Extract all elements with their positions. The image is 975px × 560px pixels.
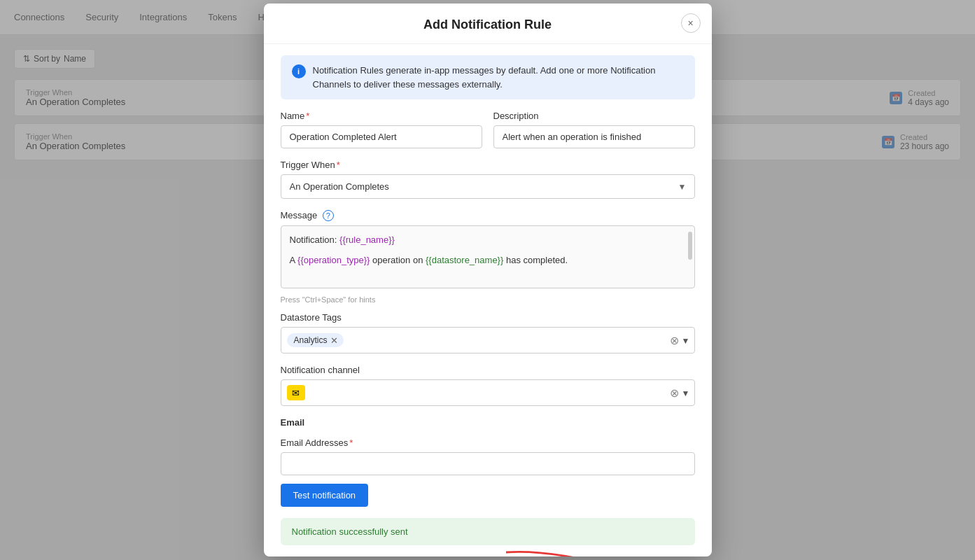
modal-body: i Notification Rules generate in-app mes…	[264, 55, 712, 556]
clear-tags-button[interactable]: ⊗	[670, 334, 679, 347]
email-section: Email Email Addresses*	[281, 417, 695, 475]
tags-chevron-down-icon[interactable]: ▼	[682, 335, 690, 345]
datastore-name-token: {{datastore_name}}	[426, 255, 503, 265]
description-input[interactable]	[493, 125, 695, 148]
add-notification-rule-modal: Add Notification Rule × i Notification R…	[264, 4, 712, 556]
trigger-label: Trigger When*	[281, 160, 695, 170]
channel-chevron-down-icon[interactable]: ▼	[682, 388, 690, 398]
rule-name-token: {{rule_name}}	[339, 234, 395, 245]
message-help-icon[interactable]: ?	[323, 210, 334, 221]
message-line2: A {{operation_type}} operation on {{data…	[290, 253, 686, 268]
success-banner: Notification successfully sent	[281, 518, 695, 545]
email-addresses-input[interactable]	[281, 452, 695, 475]
message-label: Message ?	[281, 210, 695, 221]
info-banner: i Notification Rules generate in-app mes…	[281, 55, 695, 99]
email-channel-icon: ✉	[287, 385, 305, 400]
trigger-group: Trigger When* An Operation Completes A B…	[281, 160, 695, 199]
modal-title: Add Notification Rule	[423, 18, 552, 31]
message-group: Message ? Notification: {{rule_name}} A …	[281, 210, 695, 304]
test-notification-button[interactable]: Test notification	[281, 484, 369, 507]
channel-controls: ⊗ ▼	[670, 386, 690, 400]
notification-channel-label: Notification channel	[281, 365, 695, 375]
message-textarea[interactable]: Notification: {{rule_name}} A {{operatio…	[281, 225, 695, 288]
description-label: Description	[493, 111, 695, 121]
arrow-container	[281, 545, 695, 556]
datastore-tags-label: Datastore Tags	[281, 312, 695, 323]
email-required: *	[349, 438, 353, 448]
tag-analytics: Analytics ✕	[287, 333, 344, 347]
name-required: *	[306, 111, 309, 121]
tag-remove-button[interactable]: ✕	[330, 336, 338, 345]
red-arrow-svg	[485, 545, 695, 556]
name-description-row: Name* Description	[281, 111, 695, 148]
name-label: Name*	[281, 111, 482, 121]
scrollbar-thumb	[688, 232, 692, 260]
trigger-select[interactable]: An Operation Completes A Backup Complete…	[281, 174, 695, 199]
message-line1: Notification: {{rule_name}}	[290, 233, 686, 248]
info-text: Notification Rules generate in-app messa…	[313, 64, 684, 91]
datastore-tags-group: Datastore Tags Analytics ✕ ⊗ ▼	[281, 312, 695, 354]
close-button[interactable]: ×	[681, 13, 701, 33]
message-hint: Press "Ctrl+Space" for hints	[281, 295, 695, 304]
tag-label: Analytics	[294, 335, 328, 345]
channel-input[interactable]: ✉ ⊗ ▼	[281, 379, 695, 406]
trigger-select-wrapper: An Operation Completes A Backup Complete…	[281, 174, 695, 199]
tags-input[interactable]: Analytics ✕ ⊗ ▼	[281, 327, 695, 354]
modal-header: Add Notification Rule ×	[264, 4, 712, 44]
name-input[interactable]	[281, 125, 482, 148]
email-addresses-label: Email Addresses*	[281, 438, 695, 448]
operation-type-token: {{operation_type}}	[297, 255, 370, 265]
modal-overlay: Add Notification Rule × i Notification R…	[0, 0, 975, 560]
name-group: Name*	[281, 111, 482, 148]
email-section-label: Email	[281, 417, 695, 428]
notification-channel-group: Notification channel ✉ ⊗ ▼	[281, 365, 695, 406]
trigger-required: *	[337, 160, 340, 170]
info-icon: i	[292, 64, 306, 78]
clear-channel-button[interactable]: ⊗	[670, 386, 679, 400]
description-group: Description	[493, 111, 695, 148]
tags-controls: ⊗ ▼	[670, 334, 690, 347]
